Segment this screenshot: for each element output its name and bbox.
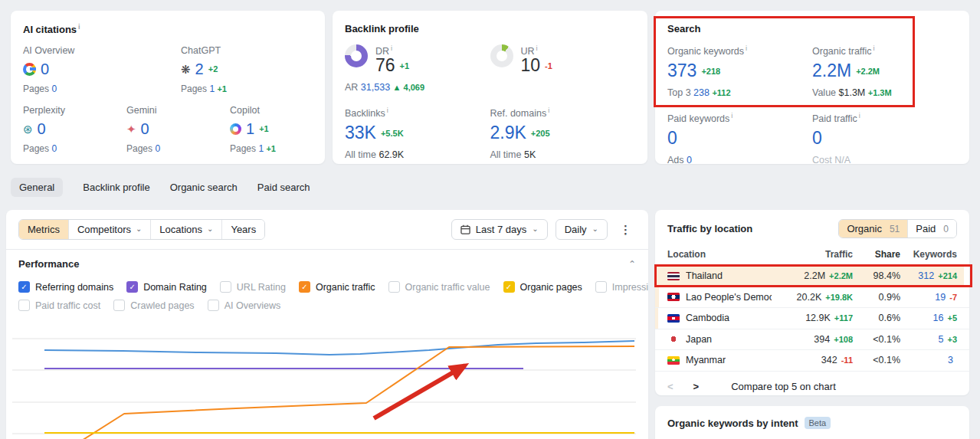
locations-button[interactable]: Locations⌄ — [150, 220, 221, 239]
metric-checkbox-impressions[interactable]: Impressions — [595, 281, 648, 293]
paid-traffic-value[interactable]: 0 — [812, 129, 822, 147]
table-row-myanmar[interactable]: Myanmar 342-11 <0.1% 3 — [655, 350, 969, 372]
metric-checkbox-domain-rating[interactable]: ✓Domain Rating — [126, 281, 207, 293]
beta-badge: Beta — [805, 417, 831, 429]
table-header-row: Location Traffic Share Keywords — [655, 246, 969, 266]
checkbox-icon — [388, 281, 400, 293]
gemini-icon: ✦ — [126, 123, 136, 135]
performance-section-title: Performance — [18, 258, 79, 270]
col-header-keywords[interactable]: Keywords — [900, 249, 957, 260]
thailand-flag-icon — [667, 272, 680, 280]
date-range-button[interactable]: Last 7 days⌄ — [451, 219, 548, 240]
paid-traffic-label: Paid traffici — [812, 112, 957, 124]
chart-mode-segmented-control: Metrics Competitors⌄ Locations⌄ Years — [18, 219, 265, 240]
chatgpt-value[interactable]: 2 — [195, 61, 204, 77]
granularity-button[interactable]: Daily⌄ — [556, 219, 608, 240]
metric-label: URL Rating — [237, 282, 286, 293]
chevron-down-icon: ⌄ — [532, 225, 538, 233]
info-icon[interactable]: i — [548, 106, 549, 114]
compare-top5-link[interactable]: Compare top 5 on chart — [731, 381, 836, 392]
perplexity-stat: Perplexity ⊛0 Pages 0 — [23, 105, 126, 154]
cost-line: Cost N/A — [812, 155, 957, 165]
backlinks-value[interactable]: 33K — [345, 124, 376, 142]
organic-keywords-label: Organic keywordsi — [667, 44, 812, 57]
metric-checkbox-url-rating[interactable]: URL Rating — [220, 281, 286, 293]
metric-checkbox-paid-traffic-cost[interactable]: Paid traffic cost — [18, 300, 100, 311]
metric-checkbox-crawled-pages[interactable]: Crawled pages — [113, 300, 194, 311]
chatgpt-icon: ❋ — [181, 64, 191, 75]
ar-line: AR 31,533 ▲ 4,069 — [345, 82, 490, 93]
location-name[interactable]: Thailand — [686, 270, 723, 281]
metric-checkbox-row-1: ✓Referring domains ✓Domain Rating URL Ra… — [6, 281, 648, 293]
paid-keywords-value[interactable]: 0 — [667, 129, 677, 147]
checkbox-icon — [208, 300, 219, 311]
ai-overview-value[interactable]: 0 — [41, 61, 49, 77]
table-row-thailand[interactable]: Thailand 2.2M+2.2M 98.4% 312+214 — [655, 266, 969, 287]
gemini-label: Gemini — [126, 105, 230, 116]
tab-organic-search[interactable]: Organic search — [170, 178, 238, 197]
info-icon[interactable]: i — [391, 44, 392, 52]
organic-toggle-button[interactable]: Organic51 — [839, 220, 907, 238]
info-icon[interactable]: i — [78, 23, 80, 31]
ai-citations-card: AI citationsi AI Overview 0 Pages 0 Chat… — [11, 11, 325, 164]
page-next-chevron-icon[interactable]: > — [693, 381, 700, 392]
gemini-stat: Gemini ✦0 Pages 0 — [126, 105, 230, 154]
metric-checkbox-organic-traffic-value[interactable]: Organic traffic value — [388, 281, 490, 293]
tab-general[interactable]: General — [11, 178, 63, 197]
chatgpt-stat: ChatGPT ❋2+2 Pages 1 +1 — [181, 45, 227, 94]
ref-domains-stat: Ref. domainsi 2.9K+205 All time 5K — [490, 106, 636, 160]
metric-checkbox-row-2: Paid traffic cost Crawled pages AI Overv… — [6, 300, 648, 311]
backlinks-stat: Backlinksi 33K+5.5K All time 62.9K — [345, 106, 490, 160]
organic-keywords-value[interactable]: 373 — [667, 62, 696, 80]
gemini-pages: Pages 0 — [126, 143, 230, 154]
metrics-button[interactable]: Metrics — [19, 220, 68, 239]
competitors-button[interactable]: Competitors⌄ — [68, 220, 150, 239]
table-row-laos[interactable]: Lao People's Democratic Reput 20.2K+19.8… — [655, 287, 969, 309]
metric-checkbox-referring-domains[interactable]: ✓Referring domains — [18, 281, 113, 293]
collapse-chevron-up-icon[interactable]: ⌃ — [628, 259, 636, 270]
metric-checkbox-ai-overviews[interactable]: AI Overviews — [208, 300, 281, 311]
col-header-traffic[interactable]: Traffic — [772, 249, 853, 260]
chatgpt-pages: Pages 1 +1 — [181, 84, 227, 94]
info-icon[interactable]: i — [387, 106, 388, 114]
gemini-value[interactable]: 0 — [141, 121, 149, 136]
info-icon[interactable]: i — [731, 112, 733, 120]
info-icon[interactable]: i — [536, 44, 538, 52]
perplexity-value[interactable]: 0 — [38, 121, 46, 136]
paid-toggle-button[interactable]: Paid0 — [907, 220, 956, 238]
organic-traffic-label: Organic traffici — [812, 44, 957, 57]
ur-stat: URi 10-1 — [490, 44, 636, 93]
info-icon[interactable]: i — [873, 44, 875, 52]
japan-flag-icon — [667, 335, 680, 343]
traffic-by-location-card: Traffic by location Organic51 Paid0 Loca… — [655, 210, 969, 395]
location-name[interactable]: Myanmar — [686, 355, 726, 365]
tab-paid-search[interactable]: Paid search — [257, 178, 310, 197]
paid-keywords-stat: Paid keywordsi 0 Ads 0 — [667, 112, 812, 165]
years-button[interactable]: Years — [221, 220, 264, 239]
copilot-value[interactable]: 1 — [246, 121, 254, 136]
info-icon[interactable]: i — [746, 44, 747, 52]
metric-checkbox-organic-pages[interactable]: ✓Organic pages — [503, 281, 582, 293]
ref-domains-value[interactable]: 2.9K — [490, 124, 526, 142]
col-header-location[interactable]: Location — [667, 249, 772, 260]
table-row-japan[interactable]: Japan 394+108 <0.1% 5+3 — [655, 329, 969, 351]
location-name[interactable]: Cambodia — [686, 313, 729, 323]
col-header-share[interactable]: Share — [853, 249, 900, 260]
metric-checkbox-organic-traffic[interactable]: ✓Organic traffic — [299, 281, 375, 293]
tab-backlink-profile[interactable]: Backlink profile — [83, 178, 149, 197]
organic-traffic-value[interactable]: 2.2M — [812, 62, 851, 80]
perplexity-label: Perplexity — [23, 105, 126, 116]
more-options-kebab-icon[interactable]: ⋮ — [615, 221, 636, 238]
table-row-cambodia[interactable]: Cambodia 12.9K+117 0.6% 16+5 — [655, 308, 969, 329]
location-name[interactable]: Lao People's Democratic Reput — [686, 292, 772, 303]
chart-toolbar: Metrics Competitors⌄ Locations⌄ Years La… — [6, 210, 648, 250]
organic-traffic-stat: Organic traffici 2.2M+2.2M Value $1.3M +… — [812, 44, 957, 98]
page-prev-chevron-icon[interactable]: < — [667, 381, 674, 392]
info-icon[interactable]: i — [859, 112, 860, 120]
location-name[interactable]: Japan — [686, 334, 712, 345]
metric-label: Paid traffic cost — [35, 300, 100, 311]
performance-chart[interactable] — [6, 317, 648, 439]
checkbox-icon: ✓ — [18, 281, 30, 293]
search-title: Search — [667, 23, 957, 34]
checkbox-icon — [220, 281, 231, 293]
